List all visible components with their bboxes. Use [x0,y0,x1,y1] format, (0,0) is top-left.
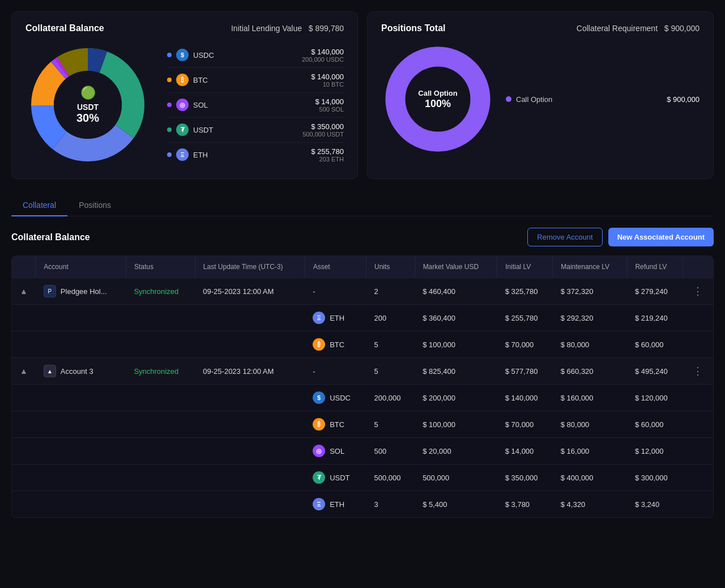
col-asset: Asset [305,256,366,278]
sub-asset-name-account3-0: USDC [330,394,351,402]
asset-usd-usdt: $ 350,000 [302,122,344,131]
top-panels: Collateral Balance Initial Lending Value… [11,11,714,179]
sub-asset-icon-account3-4: Ξ [313,498,325,510]
asset-amount-usdc: 200,000 USDC [302,56,344,63]
sub-asset-name-account3-3: USDT [330,474,349,482]
sub-asset-icon-account3-2: ◎ [313,445,325,457]
new-associated-account-button[interactable]: New Associated Account [608,228,714,246]
sub-asset-name-account3-1: BTC [330,420,344,429]
collateral-section-header: Collateral Balance Remove Account New As… [11,228,714,246]
asset-icon-usdc: $ [176,49,189,61]
collateral-balance-panel: Collateral Balance Initial Lending Value… [11,11,358,179]
remove-account-button[interactable]: Remove Account [527,228,602,246]
collateral-table: Account Status Last Update Time (UTC-3) … [12,256,713,517]
asset-cell-pledgee: - [305,278,366,305]
col-market-value: Market Value USD [415,256,497,278]
sub-maintenance-lv-pledgee-1: $ 80,000 [553,331,627,358]
asset-dot-btc [167,78,172,82]
account-row-account3: ▲ ▲ Account 3 Synchronized 09-25-2023 12… [12,358,713,385]
status-cell-pledgee: Synchronized [126,278,195,305]
collateral-panel-header: Collateral Balance Initial Lending Value… [25,23,344,33]
asset-left-btc: ₿ BTC [167,74,208,86]
sub-refund-lv-account3-3: $ 300,000 [627,465,683,491]
col-refund-lv: Refund LV [627,256,683,278]
sub-market-value-pledgee-0: $ 360,400 [415,305,497,331]
col-account: Account [36,256,126,278]
collateral-section-title: Collateral Balance [11,232,90,242]
sub-units-account3-3: 500,000 [366,465,415,491]
asset-row-usdt: ₮ USDT $ 350,000 500,000 USDT [167,118,344,143]
col-units: Units [366,256,415,278]
positions-donut: Call Option 100% [381,42,494,156]
asset-icon-eth: Ξ [176,148,189,161]
sub-maintenance-lv-account3-4: $ 4,320 [553,491,627,518]
sub-market-value-account3-3: 500,000 [415,465,497,491]
sub-market-value-account3-0: $ 200,000 [415,385,497,411]
asset-usd-eth: $ 255,780 [311,147,344,156]
sub-market-value-account3-2: $ 20,000 [415,438,497,465]
last-update-cell-pledgee: 09-25-2023 12:00 AM [195,278,305,305]
sub-units-account3-2: 500 [366,438,415,465]
expand-button-pledgee[interactable]: ▲ [20,287,28,296]
call-option-label: Call Option [516,95,552,104]
market-value-cell-pledgee: $ 460,400 [415,278,497,305]
sub-row-account3-1: ₿ BTC 5 $ 100,000 $ 70,000 $ 80,000 $ 60… [12,411,713,438]
account-name-cell-pledgee: P Pledgee Hol... [36,278,126,305]
status-account3: Synchronized [134,367,178,376]
sub-asset-icon-pledgee-0: Ξ [313,312,325,324]
asset-cell-account3: - [305,358,366,385]
asset-icon-btc: ₿ [176,74,189,86]
tab-positions[interactable]: Positions [67,195,122,216]
units-cell-account3: 5 [366,358,415,385]
sub-market-value-pledgee-1: $ 100,000 [415,331,497,358]
account-name-cell-account3: ▲ Account 3 [36,358,126,385]
asset-icon-sol: ◎ [176,99,189,111]
initial-lv-cell-account3: $ 577,780 [497,358,553,385]
sub-refund-lv-account3-1: $ 60,000 [627,411,683,438]
expand-cell-pledgee: ▲ [12,278,36,305]
asset-values-usdc: $ 140,000 200,000 USDC [302,48,344,63]
sub-row-pledgee-1: ₿ BTC 5 $ 100,000 $ 70,000 $ 80,000 $ 60… [12,331,713,358]
sub-refund-lv-account3-4: $ 3,240 [627,491,683,518]
asset-left-usdc: $ USDC [167,49,214,61]
initial-lv-cell-pledgee: $ 325,780 [497,278,553,305]
account-icon-pledgee: P [44,285,56,297]
sub-units-account3-4: 3 [366,491,415,518]
asset-row-usdc: $ USDC $ 140,000 200,000 USDC [167,43,344,68]
asset-left-usdt: ₮ USDT [167,123,213,136]
sub-units-account3-0: 200,000 [366,385,415,411]
tab-collateral[interactable]: Collateral [11,195,67,216]
sub-units-account3-1: 5 [366,411,415,438]
positions-legend: Call Option $ 900,000 [506,95,700,104]
positions-content: Call Option 100% Call Option $ 900,000 [381,42,700,156]
asset-left-eth: Ξ ETH [167,148,208,161]
sub-refund-lv-pledgee-0: $ 219,240 [627,305,683,331]
initial-lending-value: Initial Lending Value $ 899,780 [231,24,344,33]
sub-initial-lv-account3-2: $ 14,000 [497,438,553,465]
col-last-update: Last Update Time (UTC-3) [195,256,305,278]
asset-name-sol: SOL [193,101,208,109]
svg-text:100%: 100% [425,98,451,109]
last-update-cell-account3: 09-25-2023 12:00 AM [195,358,305,385]
sub-asset-pledgee-1: ₿ BTC [305,331,366,358]
status-cell-account3: Synchronized [126,358,195,385]
more-button-pledgee[interactable]: ⋮ [690,285,705,297]
sub-refund-lv-pledgee-1: $ 60,000 [627,331,683,358]
sub-asset-name-account3-4: ETH [330,500,344,509]
more-button-account3[interactable]: ⋮ [690,365,705,377]
asset-row-eth: Ξ ETH $ 255,780 203 ETH [167,143,344,167]
status-pledgee: Synchronized [134,287,178,296]
collateral-content: 🟢 USDT 30% $ USDC $ 140,000 200,000 USDC… [25,42,344,167]
sub-market-value-account3-4: $ 5,400 [415,491,497,518]
asset-amount-sol: 500 SOL [315,106,344,113]
positions-donut-svg: Call Option 100% [381,42,494,156]
table-header: Account Status Last Update Time (UTC-3) … [12,256,713,278]
asset-values-sol: $ 14,000 500 SOL [315,97,344,113]
maintenance-lv-cell-account3: $ 660,320 [553,358,627,385]
expand-button-account3[interactable]: ▲ [20,367,28,376]
account-name-account3: Account 3 [61,367,93,376]
col-initial-lv: Initial LV [497,256,553,278]
account-name-pledgee: Pledgee Hol... [61,287,107,296]
positions-panel-title: Positions Total [381,23,445,33]
asset-name-eth: ETH [193,151,208,159]
